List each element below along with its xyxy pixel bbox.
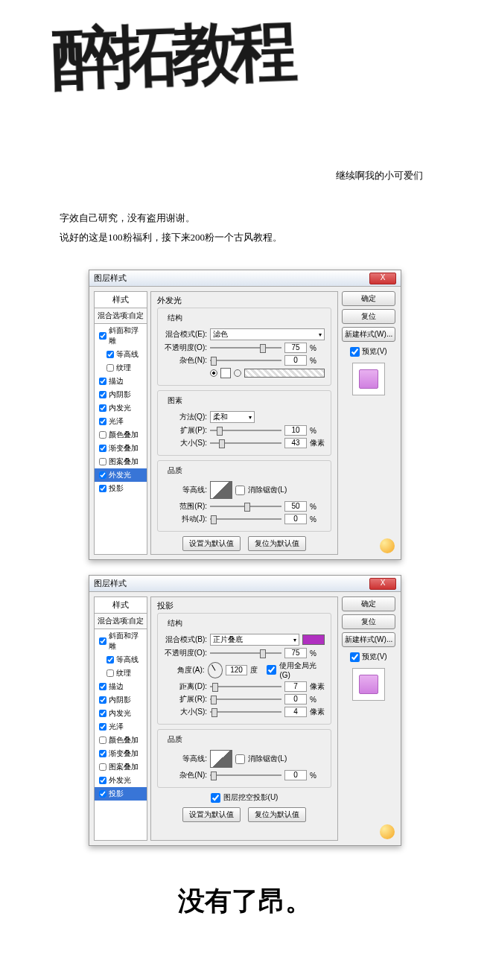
style-item-投影[interactable]: 投影	[95, 482, 147, 495]
sidebar-blend-options[interactable]: 混合选项:自定	[95, 308, 147, 324]
opacity-slider[interactable]	[210, 347, 281, 349]
new-style-button[interactable]: 新建样式(W)...	[342, 327, 395, 342]
preview-checkbox[interactable]	[350, 347, 360, 357]
lightbulb-icon[interactable]	[380, 538, 395, 553]
jitter-value[interactable]: 0	[284, 514, 307, 524]
style-checkbox[interactable]	[99, 471, 106, 479]
style-checkbox[interactable]	[99, 736, 106, 744]
sidebar-header[interactable]: 样式	[95, 292, 147, 308]
size-value[interactable]: 43	[284, 438, 307, 448]
contour-picker[interactable]	[210, 750, 232, 768]
noise-value[interactable]: 0	[284, 355, 307, 366]
lightbulb-icon[interactable]	[380, 824, 395, 839]
style-item-描边[interactable]: 描边	[95, 375, 147, 388]
preview-toggle[interactable]: 预览(V)	[350, 652, 386, 662]
style-checkbox[interactable]	[99, 710, 106, 717]
opacity-slider[interactable]	[210, 652, 281, 654]
set-default-button[interactable]: 设置为默认值	[182, 807, 241, 822]
style-checkbox[interactable]	[99, 777, 106, 784]
distance-slider[interactable]	[210, 686, 281, 687]
noise-slider[interactable]	[210, 774, 281, 776]
style-checkbox[interactable]	[99, 723, 106, 731]
spread-value[interactable]: 10	[284, 425, 307, 436]
style-item-内阴影[interactable]: 内阴影	[95, 388, 147, 401]
antialias-checkbox[interactable]	[235, 486, 245, 495]
style-checkbox[interactable]	[99, 458, 106, 465]
style-item-描边[interactable]: 描边	[95, 680, 147, 693]
style-item-内阴影[interactable]: 内阴影	[95, 693, 147, 707]
noise-value[interactable]: 0	[284, 770, 307, 780]
style-item-投影[interactable]: 投影	[95, 787, 147, 801]
spread-slider[interactable]	[210, 699, 281, 700]
color-radio[interactable]	[210, 369, 217, 377]
ok-button[interactable]: 确定	[342, 291, 395, 306]
range-value[interactable]: 50	[284, 501, 307, 512]
style-checkbox[interactable]	[106, 364, 114, 372]
global-light-checkbox[interactable]	[267, 665, 276, 675]
style-checkbox[interactable]	[99, 431, 106, 439]
size-slider[interactable]	[210, 711, 281, 713]
opacity-value[interactable]: 75	[284, 343, 307, 353]
preview-toggle[interactable]: 预览(V)	[350, 346, 386, 357]
noise-slider[interactable]	[210, 360, 281, 361]
titlebar[interactable]: 图层样式 X	[89, 270, 401, 287]
style-item-外发光[interactable]: 外发光	[95, 774, 147, 787]
cancel-button[interactable]: 复位	[342, 309, 395, 324]
knockout-checkbox[interactable]	[211, 793, 220, 803]
sidebar-blend-options[interactable]: 混合选项:自定	[95, 614, 147, 629]
style-checkbox[interactable]	[99, 332, 106, 340]
new-style-button[interactable]: 新建样式(W)...	[342, 632, 395, 647]
style-item-图案叠加[interactable]: 图案叠加	[95, 760, 147, 774]
style-checkbox[interactable]	[99, 445, 106, 452]
style-checkbox[interactable]	[99, 790, 106, 798]
size-value[interactable]: 4	[284, 707, 307, 717]
style-item-纹理[interactable]: 纹理	[95, 666, 147, 680]
style-item-内发光[interactable]: 内发光	[95, 707, 147, 720]
set-default-button[interactable]: 设置为默认值	[182, 536, 241, 551]
ok-button[interactable]: 确定	[342, 596, 395, 611]
size-slider[interactable]	[210, 442, 281, 444]
style-item-斜面和浮雕[interactable]: 斜面和浮雕	[95, 629, 147, 653]
blend-mode-dropdown[interactable]: 正片叠底	[210, 634, 299, 646]
close-button[interactable]: X	[369, 273, 396, 284]
spread-slider[interactable]	[210, 430, 281, 431]
style-item-颜色叠加[interactable]: 颜色叠加	[95, 734, 147, 747]
style-item-图案叠加[interactable]: 图案叠加	[95, 455, 147, 468]
style-item-纹理[interactable]: 纹理	[95, 361, 147, 375]
range-slider[interactable]	[210, 506, 281, 507]
style-item-斜面和浮雕[interactable]: 斜面和浮雕	[95, 324, 147, 348]
style-item-外发光[interactable]: 外发光	[95, 468, 147, 482]
style-checkbox[interactable]	[99, 391, 106, 398]
gradient-swatch[interactable]	[244, 369, 325, 378]
style-item-颜色叠加[interactable]: 颜色叠加	[95, 428, 147, 442]
style-item-光泽[interactable]: 光泽	[95, 415, 147, 428]
reset-default-button[interactable]: 复位为默认值	[248, 536, 306, 551]
method-dropdown[interactable]: 柔和	[210, 411, 255, 423]
style-checkbox[interactable]	[99, 637, 106, 645]
contour-picker[interactable]	[210, 481, 232, 499]
style-item-等高线[interactable]: 等高线	[95, 348, 147, 361]
distance-value[interactable]: 7	[284, 681, 307, 692]
sidebar-header[interactable]: 样式	[95, 597, 147, 614]
shadow-color-swatch[interactable]	[302, 634, 325, 645]
style-checkbox[interactable]	[99, 683, 106, 690]
jitter-slider[interactable]	[210, 518, 281, 520]
style-item-光泽[interactable]: 光泽	[95, 720, 147, 734]
style-checkbox[interactable]	[106, 351, 114, 358]
blend-mode-dropdown[interactable]: 滤色	[210, 328, 325, 340]
style-item-渐变叠加[interactable]: 渐变叠加	[95, 747, 147, 760]
style-checkbox[interactable]	[99, 696, 106, 704]
style-item-渐变叠加[interactable]: 渐变叠加	[95, 442, 147, 455]
style-checkbox[interactable]	[99, 763, 106, 771]
reset-default-button[interactable]: 复位为默认值	[248, 807, 306, 822]
opacity-value[interactable]: 75	[284, 648, 307, 658]
antialias-checkbox[interactable]	[235, 754, 245, 764]
style-checkbox[interactable]	[99, 378, 106, 385]
style-checkbox[interactable]	[99, 418, 106, 425]
gradient-radio[interactable]	[234, 369, 241, 377]
style-checkbox[interactable]	[106, 656, 114, 664]
angle-value[interactable]: 120	[226, 665, 246, 675]
style-checkbox[interactable]	[99, 404, 106, 412]
style-checkbox[interactable]	[99, 750, 106, 757]
spread-value[interactable]: 0	[284, 694, 307, 704]
